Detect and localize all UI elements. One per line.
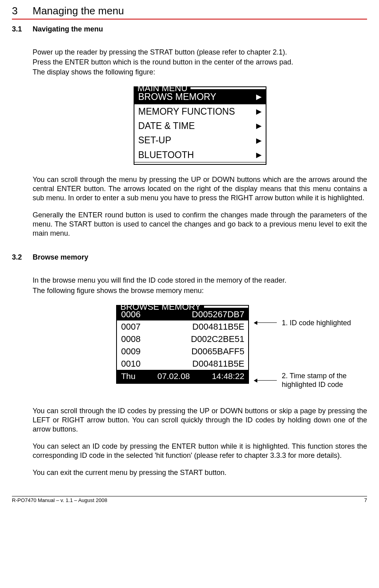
memory-index: 0007 <box>121 321 140 332</box>
annotation-text: 2. Time stamp of the highlighted ID code <box>282 372 346 389</box>
lcd-main-menu: MAIN MENU BROWS MEMORY ▶ MEMORY FUNCTION… <box>134 86 266 165</box>
chapter-rule <box>12 19 367 20</box>
paragraph: You can scroll through the ID codes by p… <box>33 406 367 434</box>
paragraph: Power up the reader by pressing the STRA… <box>33 48 367 57</box>
menu-item-label: SET-UP <box>138 135 171 146</box>
arrow-left-icon <box>253 320 277 325</box>
lcd-title: MAIN MENU <box>134 87 191 89</box>
lcd-footer-line <box>134 162 266 164</box>
chapter-number: 3 <box>12 5 33 17</box>
section-number: 3.2 <box>12 253 33 262</box>
arrow-left-icon <box>253 378 277 383</box>
chevron-right-icon: ▶ <box>256 136 262 145</box>
chapter-title: Managing the menu <box>33 5 124 17</box>
menu-item-label: BROWS MEMORY <box>138 91 216 103</box>
menu-item-label: DATE & TIME <box>138 120 195 132</box>
memory-index: 0009 <box>121 346 140 357</box>
memory-code: D002C2BE51 <box>191 334 245 345</box>
timestamp-time: 14:48:22 <box>212 371 245 382</box>
memory-index: 0010 <box>121 358 140 369</box>
footer-rule <box>12 496 367 496</box>
memory-index: 0008 <box>121 334 140 345</box>
memory-index: 0006 <box>121 309 140 320</box>
timestamp-date: 07.02.08 <box>157 371 190 382</box>
memory-row[interactable]: 0009 D0065BAFF5 <box>117 345 248 357</box>
menu-item-memory-functions[interactable]: MEMORY FUNCTIONS ▶ <box>134 104 266 119</box>
paragraph: The following figure shows the browse me… <box>33 286 367 295</box>
paragraph: You can select an ID code by pressing th… <box>33 442 367 460</box>
menu-item-label: BLUETOOTH <box>138 149 194 161</box>
memory-code: D005267DB7 <box>192 309 244 320</box>
menu-item-brows-memory[interactable]: BROWS MEMORY ▶ <box>134 90 266 104</box>
section-heading-3-2: 3.2Browse memory <box>12 253 367 262</box>
memory-code: D004811B5E <box>192 358 245 369</box>
annotation-1: 1. ID code highlighted <box>253 319 351 328</box>
menu-item-bluetooth[interactable]: BLUETOOTH ▶ <box>134 148 266 162</box>
menu-item-label: MEMORY FUNCTIONS <box>138 106 235 117</box>
chevron-right-icon: ▶ <box>256 92 262 102</box>
paragraph: You can exit the current menu by pressin… <box>33 468 367 477</box>
page-footer: R-PO7470 Manual – v. 1.1 – August 2008 7 <box>12 497 367 503</box>
section-title: Navigating the menu <box>33 25 103 33</box>
menu-item-date-time[interactable]: DATE & TIME ▶ <box>134 119 266 133</box>
lcd-timestamp-bar: Thu 07.02.08 14:48:22 <box>117 370 248 383</box>
footer-page-number: 7 <box>364 497 367 503</box>
menu-item-set-up[interactable]: SET-UP ▶ <box>134 133 266 147</box>
chapter-heading: 3Managing the menu <box>12 5 367 18</box>
footer-left: R-PO7470 Manual – v. 1.1 – August 2008 <box>12 497 107 503</box>
annotation-2: 2. Time stamp of the highlighted ID code <box>253 372 351 389</box>
memory-row[interactable]: 0010 D004811B5E <box>117 357 248 370</box>
section-title: Browse memory <box>33 253 88 261</box>
memory-code: D0065BAFF5 <box>191 346 244 357</box>
paragraph: Generally the ENTER round button is used… <box>33 211 367 238</box>
memory-row[interactable]: 0007 D004811B5E <box>117 320 248 333</box>
memory-row[interactable]: 0008 D002C2BE51 <box>117 333 248 345</box>
paragraph: Press the ENTER button which is the roun… <box>33 58 367 67</box>
section-heading-3-1: 3.1Navigating the menu <box>12 25 367 33</box>
section-number: 3.1 <box>12 25 33 33</box>
timestamp-day: Thu <box>121 371 135 382</box>
paragraph: The display shows the following figure: <box>33 68 367 77</box>
paragraph: You can scroll through the menu by press… <box>33 175 367 203</box>
lcd-title: BROWSE MEMORY <box>117 306 204 308</box>
chevron-right-icon: ▶ <box>256 121 262 131</box>
paragraph: In the browse menu you will find the ID … <box>33 276 367 285</box>
chevron-right-icon: ▶ <box>256 150 262 160</box>
annotation-text: 1. ID code highlighted <box>282 319 351 328</box>
memory-code: D004811B5E <box>192 321 245 332</box>
chevron-right-icon: ▶ <box>256 107 262 116</box>
lcd-browse-memory: BROWSE MEMORY 0006 D005267DB7 0007 D0048… <box>116 305 249 384</box>
